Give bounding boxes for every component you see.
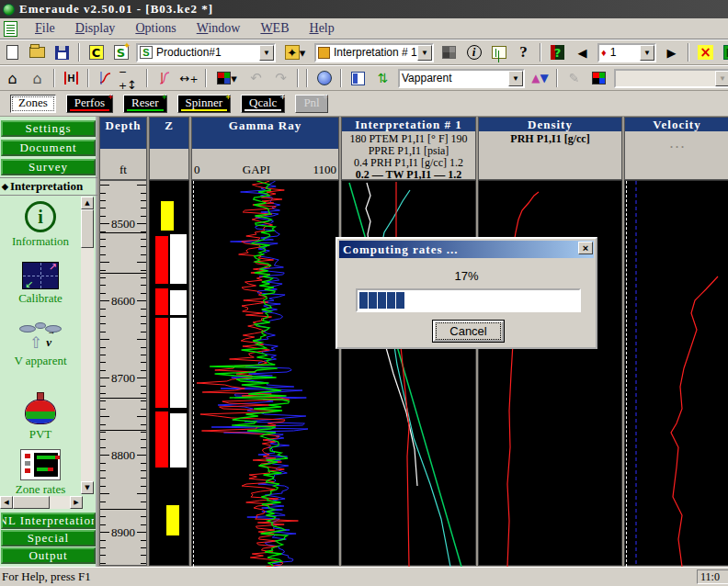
scroll-thumb[interactable]: [81, 209, 94, 248]
channels-button[interactable]: C: [85, 41, 108, 63]
open-file-button[interactable]: [26, 41, 49, 63]
calibrate-icon: ↗↙: [22, 262, 59, 289]
track-display-button[interactable]: ▾: [211, 67, 243, 89]
scroll-left-icon[interactable]: ◀: [0, 496, 13, 509]
scroll-down-icon[interactable]: ▼: [81, 481, 94, 494]
depth-tick: [100, 470, 106, 471]
sidebar-button-special[interactable]: Special: [1, 530, 96, 547]
plus-icon: +: [225, 92, 231, 102]
stop-button[interactable]: ×: [694, 41, 717, 63]
tab-spinner[interactable]: Spinner+: [177, 95, 231, 113]
pencil-icon: ✎: [569, 71, 580, 85]
track-column-button[interactable]: [347, 67, 370, 89]
tab-reser[interactable]: Reser+: [123, 95, 167, 113]
tool-pvt[interactable]: PVT: [0, 392, 81, 442]
scroll-thumb[interactable]: [13, 496, 50, 509]
interpretation-combobox[interactable]: Interpretation # 1 ▼: [314, 43, 434, 62]
chevron-down-icon[interactable]: ▼: [508, 71, 523, 86]
menu-item-display[interactable]: Display: [65, 19, 126, 37]
title-bar[interactable]: Emeraude v2.50.01 - [B03.ke2 *]: [0, 0, 728, 18]
globe-icon: [317, 71, 332, 85]
menu-item-web[interactable]: WEB: [250, 19, 299, 37]
separator: [540, 43, 541, 62]
scale-vertical-button[interactable]: −+↕: [119, 67, 142, 89]
sidebar-vertical-scrollbar[interactable]: ▲ ▼: [81, 197, 94, 494]
run-button[interactable]: R: [719, 41, 728, 63]
sidebar-horizontal-scrollbar[interactable]: ◀ ▶: [0, 496, 83, 509]
depth-tick: [100, 200, 106, 201]
scale-horizontal-button[interactable]: ↔+: [177, 67, 200, 89]
new-file-icon: [6, 45, 18, 60]
tool-calibrate[interactable]: ↗↙ Calibrate: [0, 262, 81, 306]
tab-qcalc[interactable]: Qcalc+: [241, 95, 285, 113]
depth-tick: [100, 262, 109, 263]
home-button[interactable]: ⌂: [1, 67, 24, 89]
cancel-button[interactable]: Cancel: [432, 320, 505, 343]
menu-item-file[interactable]: File: [25, 19, 65, 37]
scroll-up-icon[interactable]: ▲: [81, 197, 94, 209]
next-button[interactable]: ▶: [660, 41, 683, 63]
tab-perfos[interactable]: Perfos+: [66, 95, 113, 113]
depth-tick: [100, 547, 106, 548]
curve-edit-button[interactable]: [94, 67, 117, 89]
depth-label: 8600: [100, 294, 146, 309]
edit-button-disabled: ✎: [563, 67, 586, 89]
menu-item-options[interactable]: Options: [125, 19, 186, 37]
tab-zones[interactable]: Zones: [10, 95, 56, 113]
scroll-right-icon[interactable]: ▶: [70, 496, 83, 509]
chevron-down-icon[interactable]: ▼: [417, 45, 432, 61]
prev-button[interactable]: ◀: [571, 41, 594, 63]
tab-pnl[interactable]: Pnl+: [295, 95, 327, 113]
new-interpretation-button[interactable]: ✦▾: [279, 41, 311, 63]
sidebar-button-document[interactable]: Document: [1, 140, 96, 156]
context-help-icon: ?: [551, 45, 564, 60]
sidebar-button-survey[interactable]: Survey: [1, 159, 96, 175]
depth-tick: [100, 277, 106, 278]
v-vector-icon: v: [46, 335, 51, 350]
home-settings-button[interactable]: ⌂: [26, 67, 49, 89]
image-icon: [442, 46, 456, 59]
depth-match-button[interactable]: H: [60, 67, 83, 89]
depth-label: 8900: [100, 525, 146, 540]
channel-arrows-button[interactable]: ▲▼: [529, 67, 552, 89]
context-help-button[interactable]: ?: [546, 41, 569, 63]
track-z: Z: [149, 117, 189, 567]
browser-button[interactable]: [487, 41, 510, 63]
zone-bar: [155, 236, 168, 284]
separator: [306, 69, 308, 87]
sidebar-button-output[interactable]: Output: [1, 547, 96, 564]
info-button[interactable]: i: [462, 41, 485, 63]
vapparent-combobox[interactable]: Vapparent ▼: [398, 69, 525, 88]
chevron-down-icon: ▼: [715, 71, 728, 86]
menu-item-help[interactable]: Help: [300, 19, 345, 37]
sidebar-button-nl-interpretation[interactable]: NL Interpretation: [1, 513, 96, 529]
sidebar-section-interpretation[interactable]: ◆ Interpretation: [0, 177, 97, 196]
tool-zone-rates[interactable]: Zone rates: [0, 449, 81, 497]
tool-v-apparent[interactable]: ⇧v V apparent: [0, 322, 81, 368]
sidebar-button-settings[interactable]: Settings: [1, 120, 96, 137]
refresh-channels-button[interactable]: ⇅: [371, 67, 394, 89]
zone-bar: [170, 234, 187, 284]
index-combobox[interactable]: ♦ 1 ▼: [597, 43, 656, 62]
palette-button[interactable]: [587, 67, 610, 89]
help-button[interactable]: ?: [512, 41, 535, 63]
depth-tick: [141, 323, 146, 324]
web-button[interactable]: [313, 67, 336, 89]
new-file-button[interactable]: [1, 41, 24, 63]
chevron-down-icon[interactable]: ▼: [259, 45, 274, 61]
depth-tick: [141, 246, 146, 247]
blue-arrow-icon: ▼: [540, 72, 549, 85]
curve-shift-button[interactable]: [153, 67, 176, 89]
menu-item-window[interactable]: Window: [187, 19, 251, 37]
save-button[interactable]: [51, 41, 74, 63]
track-gamma-ray: Gamma Ray 0 GAPI 1100: [191, 117, 339, 567]
dialog-close-button[interactable]: ×: [578, 242, 593, 254]
dialog-title-bar[interactable]: Computing rates ...: [339, 241, 594, 258]
survey-new-button[interactable]: S✦: [109, 41, 132, 63]
curve-gr-red: [197, 181, 298, 567]
depth-tick: [100, 439, 106, 440]
chevron-down-icon[interactable]: ▼: [640, 45, 654, 61]
c-icon: C: [89, 45, 104, 60]
tool-information[interactable]: i Information: [0, 201, 81, 249]
production-combobox[interactable]: S Production#1 ▼: [136, 43, 276, 62]
